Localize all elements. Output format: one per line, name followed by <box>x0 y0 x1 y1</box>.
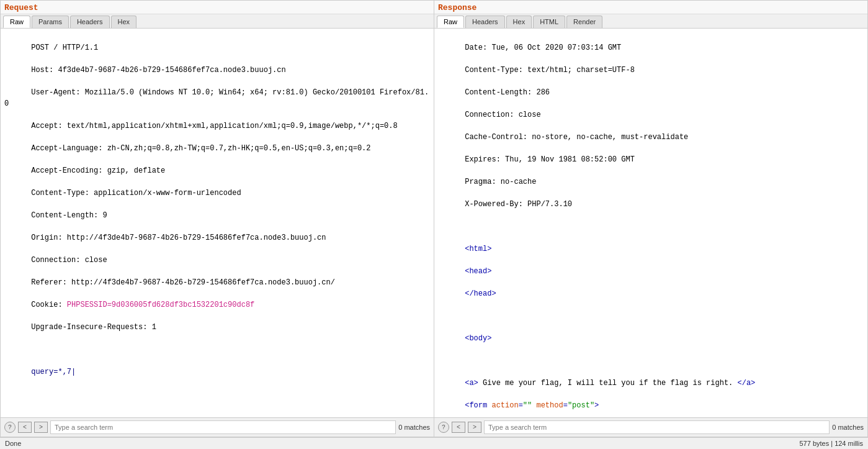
response-header-6: Expires: Thu, 19 Nov 1981 08:52:00 GMT <box>465 155 635 164</box>
request-line-7: Content-Type: application/x-www-form-url… <box>31 189 241 197</box>
response-header-7: Pragma: no-cache <box>465 178 536 186</box>
request-line-8: Content-Length: 9 <box>31 211 107 220</box>
response-body-open: <body> <box>465 334 491 343</box>
tab-response-html[interactable]: HTML <box>533 16 565 28</box>
response-prev-btn[interactable]: < <box>452 422 465 433</box>
request-line-5: Accept-Language: zh-CN,zh;q=0.8,zh-TW;q=… <box>31 144 370 153</box>
request-tabs: Raw Params Headers Hex <box>1 14 434 29</box>
tab-request-hex[interactable]: Hex <box>111 16 137 28</box>
request-line-3: User-Agent: Mozilla/5.0 (Windows NT 10.0… <box>4 88 429 108</box>
response-title: Response <box>434 1 867 14</box>
request-line-4: Accept: text/html,application/xhtml+xml,… <box>31 122 398 130</box>
response-panel: Response Raw Headers Hex HTML Render Dat… <box>434 0 868 437</box>
response-search-matches: 0 matches <box>832 424 864 431</box>
response-a-line: <a> Give me your flag, I will tell you i… <box>465 379 755 388</box>
status-done: Done <box>5 440 21 447</box>
request-prev-btn[interactable]: < <box>18 422 32 433</box>
response-header-2: Content-Type: text/html; charset=UTF-8 <box>465 66 635 75</box>
response-next-btn[interactable]: > <box>468 422 481 433</box>
tab-response-render[interactable]: Render <box>566 16 602 28</box>
tab-request-raw[interactable]: Raw <box>3 16 30 28</box>
response-search-bar: ? < > 0 matches <box>434 417 867 437</box>
request-query: query=*,7| <box>31 368 76 376</box>
request-next-btn[interactable]: > <box>34 422 48 433</box>
response-content: Date: Tue, 06 Oct 2020 07:03:14 GMT Cont… <box>434 29 867 417</box>
request-line-2: Host: 4f3de4b7-9687-4b26-b729-154686fef7… <box>31 66 285 75</box>
tab-response-hex[interactable]: Hex <box>506 16 532 28</box>
response-form-open: <form action="" method="post"> <box>465 401 599 410</box>
request-cookie-value: PHPSESSID=9d036005fd628df3bc1532201c90dc… <box>67 301 254 309</box>
response-header-4: Connection: close <box>465 111 540 119</box>
request-cookie-label: Cookie: <box>31 301 67 309</box>
response-header-8: X-Powered-By: PHP/7.3.10 <box>465 200 572 209</box>
response-header-1: Date: Tue, 06 Oct 2020 07:03:14 GMT <box>465 43 621 52</box>
response-search-input[interactable] <box>484 420 830 434</box>
request-panel: Request Raw Params Headers Hex POST / HT… <box>0 0 434 437</box>
response-head-close: </head> <box>465 289 496 298</box>
status-bar: Done 577 bytes | 124 millis <box>0 437 868 449</box>
request-line-10: Connection: close <box>31 256 107 265</box>
response-header-3: Content-Length: 286 <box>465 88 550 97</box>
response-help-icon[interactable]: ? <box>438 422 449 433</box>
request-search-matches: 0 matches <box>398 424 430 431</box>
response-html-open: <html> <box>465 245 491 253</box>
request-line-6: Accept-Encoding: gzip, deflate <box>31 166 165 175</box>
request-line-1: POST / HTTP/1.1 <box>31 43 98 52</box>
tab-response-headers[interactable]: Headers <box>465 16 505 28</box>
request-line-13: Upgrade-Insecure-Requests: 1 <box>31 323 156 332</box>
response-tabs: Raw Headers Hex HTML Render <box>434 14 867 29</box>
status-info: 577 bytes | 124 millis <box>799 440 863 447</box>
request-content: POST / HTTP/1.1 Host: 4f3de4b7-9687-4b26… <box>1 29 434 417</box>
request-line-11: Referer: http://4f3de4b7-9687-4b26-b729-… <box>31 278 335 287</box>
request-help-icon[interactable]: ? <box>4 422 16 433</box>
request-title: Request <box>1 1 434 14</box>
tab-request-params[interactable]: Params <box>32 16 69 28</box>
response-head-open: <head> <box>465 267 491 276</box>
request-line-9: Origin: http://4f3de4b7-9687-4b26-b729-1… <box>31 234 326 242</box>
tab-response-raw[interactable]: Raw <box>437 16 464 28</box>
request-search-input[interactable] <box>50 420 396 434</box>
request-search-bar: ? < > 0 matches <box>1 417 434 437</box>
tab-request-headers[interactable]: Headers <box>70 16 110 28</box>
response-header-5: Cache-Control: no-store, no-cache, must-… <box>465 133 688 142</box>
